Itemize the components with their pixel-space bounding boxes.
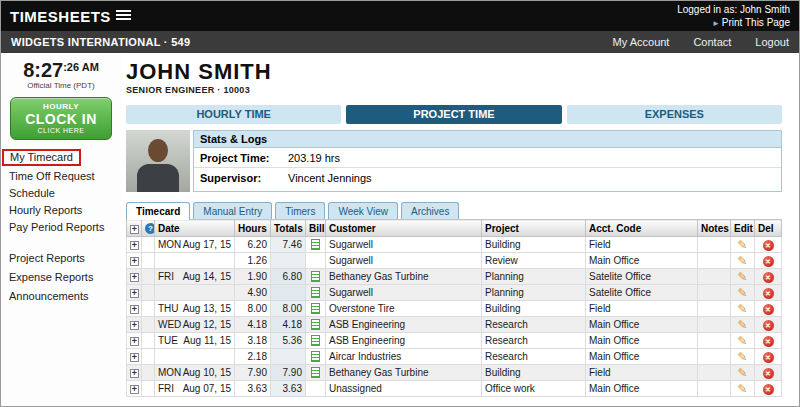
edit-icon[interactable]: ✎: [737, 303, 747, 315]
project-cell: Review: [482, 253, 586, 269]
edit-cell: ✎: [731, 381, 755, 397]
timecard-view-tab[interactable]: Timecard: [126, 202, 190, 220]
help-cell: [142, 253, 155, 269]
totals-cell: 5.36: [271, 333, 306, 349]
notes-cell: [698, 365, 731, 381]
sidebar-menu-item[interactable]: Pay Period Reports: [1, 219, 121, 236]
help-header: ?: [142, 220, 155, 237]
bill-document-icon[interactable]: [311, 335, 320, 346]
nav-link[interactable]: Contact: [693, 36, 731, 48]
customer-cell: Aircar Industries: [326, 349, 482, 365]
sidebar-menu-item[interactable]: My Timecard: [2, 149, 81, 166]
bill-cell: [306, 317, 326, 333]
date-cell: THU Aug 13, 15: [155, 301, 235, 317]
delete-icon[interactable]: ✕: [763, 272, 774, 283]
delete-icon[interactable]: ✕: [763, 320, 774, 331]
timecard-view-tab[interactable]: Timers: [275, 202, 325, 219]
bill-cell: [306, 285, 326, 301]
date-cell: MON Aug 10, 15: [155, 365, 235, 381]
hourly-clock-in-button[interactable]: HOURLY CLOCK IN CLICK HERE: [10, 97, 112, 140]
sidebar-menu-item[interactable]: Expense Reports: [1, 268, 121, 287]
time-type-tab[interactable]: PROJECT TIME: [346, 105, 561, 124]
time-type-tab[interactable]: HOURLY TIME: [126, 105, 341, 124]
help-icon[interactable]: ?: [145, 223, 155, 234]
bill-cell: [306, 269, 326, 285]
delete-icon[interactable]: ✕: [763, 352, 774, 363]
timecard-view-tab[interactable]: Week View: [328, 202, 398, 219]
bill-document-icon[interactable]: [311, 239, 320, 250]
delete-icon[interactable]: ✕: [763, 288, 774, 299]
delete-icon[interactable]: ✕: [763, 256, 774, 267]
expand-row-icon[interactable]: +: [130, 305, 139, 314]
customer-cell: Overstone Tire: [326, 301, 482, 317]
edit-icon[interactable]: ✎: [737, 287, 747, 299]
edit-icon[interactable]: ✎: [737, 367, 747, 379]
employee-photo: [126, 130, 190, 192]
acct-code-cell: Field: [586, 237, 698, 253]
sidebar-menu-item[interactable]: Time Off Request: [1, 168, 121, 185]
bill-document-icon[interactable]: [311, 319, 320, 330]
expand-row-icon[interactable]: +: [130, 337, 139, 346]
expand-row-icon[interactable]: +: [130, 241, 139, 250]
delete-icon[interactable]: ✕: [763, 304, 774, 315]
timecard-view-tab[interactable]: Archives: [401, 202, 459, 219]
content-area: 8:27:26 AM Official Time (PDT) HOURLY CL…: [1, 53, 799, 406]
bill-document-icon[interactable]: [311, 303, 320, 314]
bill-document-icon[interactable]: [311, 287, 320, 298]
print-page-link[interactable]: ►Print This Page: [677, 16, 790, 30]
edit-icon[interactable]: ✎: [737, 351, 747, 363]
expand-cell: +: [127, 381, 142, 397]
delete-icon[interactable]: ✕: [763, 240, 774, 251]
totals-cell: 6.80: [271, 269, 306, 285]
bill-document-icon[interactable]: [311, 367, 320, 378]
sidebar-menu-item[interactable]: Schedule: [1, 185, 121, 202]
expand-row-icon[interactable]: +: [130, 369, 139, 378]
expand-row-icon[interactable]: +: [130, 289, 139, 298]
expand-row-icon[interactable]: +: [130, 321, 139, 330]
expand-row-icon[interactable]: +: [130, 353, 139, 362]
help-cell: [142, 317, 155, 333]
column-header-customer: Customer: [326, 220, 482, 237]
delete-icon[interactable]: ✕: [763, 384, 774, 395]
hours-cell: 1.26: [235, 253, 271, 269]
date-cell: FRI Aug 07, 15: [155, 381, 235, 397]
delete-icon[interactable]: ✕: [763, 336, 774, 347]
delete-icon[interactable]: ✕: [763, 368, 774, 379]
edit-cell: ✎: [731, 349, 755, 365]
edit-icon[interactable]: ✎: [737, 335, 747, 347]
help-cell: [142, 269, 155, 285]
sidebar-menu-item[interactable]: Hourly Reports: [1, 202, 121, 219]
bill-document-icon[interactable]: [311, 351, 320, 362]
table-header-row: + ? Date Hours Totals Bill Customer Proj…: [127, 220, 782, 237]
bill-document-icon[interactable]: [311, 271, 320, 282]
nav-link[interactable]: My Account: [613, 36, 670, 48]
edit-icon[interactable]: ✎: [737, 271, 747, 283]
timecard-view-tab[interactable]: Manual Entry: [193, 202, 272, 219]
notes-cell: [698, 253, 731, 269]
edit-cell: ✎: [731, 253, 755, 269]
expand-cell: +: [127, 333, 142, 349]
notes-cell: [698, 317, 731, 333]
clock-time: 8:27:26 AM: [1, 59, 121, 82]
nav-link[interactable]: Logout: [755, 36, 789, 48]
expand-row-icon[interactable]: +: [130, 257, 139, 266]
timecard-row: + THU Aug 13, 15 8.00 8.00 O: [127, 301, 782, 317]
row-date: Aug 10, 15: [183, 367, 231, 378]
edit-icon[interactable]: ✎: [737, 255, 747, 267]
employee-title: SENIOR ENGINEER · 10003: [126, 85, 782, 95]
expand-row-icon[interactable]: +: [130, 385, 139, 394]
clock-in-line3: CLICK HERE: [11, 127, 111, 134]
row-day: MON: [158, 239, 181, 250]
column-header-notes: Notes: [698, 220, 731, 237]
date-cell: [155, 349, 235, 365]
edit-icon[interactable]: ✎: [737, 383, 747, 395]
expand-row-icon[interactable]: +: [130, 273, 139, 282]
expand-all-icon[interactable]: +: [130, 225, 139, 234]
acct-code-cell: Main Office: [586, 381, 698, 397]
edit-icon[interactable]: ✎: [737, 239, 747, 251]
sidebar-menu-item[interactable]: Project Reports: [1, 249, 121, 268]
edit-icon[interactable]: ✎: [737, 319, 747, 331]
time-type-tab[interactable]: EXPENSES: [567, 105, 782, 124]
sidebar-menu-item[interactable]: Announcements: [1, 287, 121, 306]
expand-cell: +: [127, 317, 142, 333]
